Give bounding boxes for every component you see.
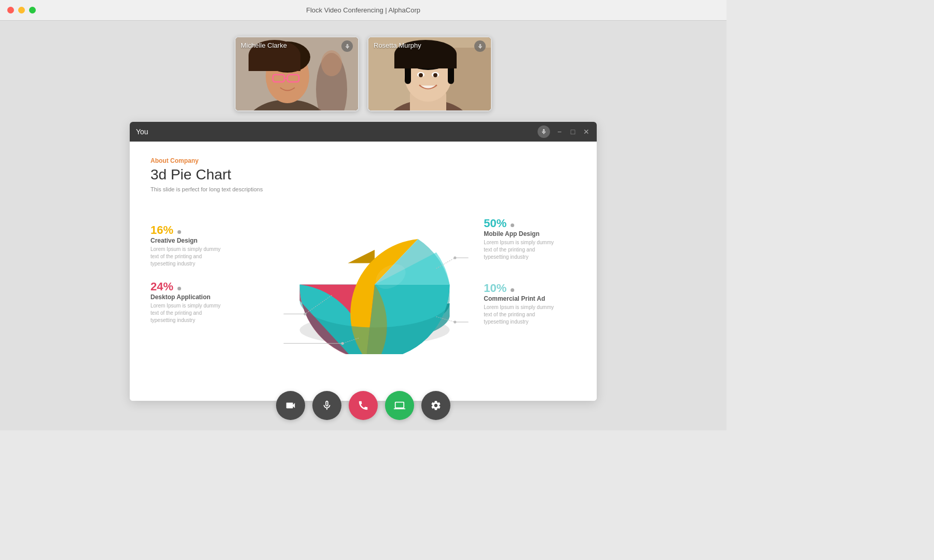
- svg-point-20: [433, 73, 437, 77]
- svg-point-34: [454, 320, 456, 323]
- screen-share-window: You − □ ✕ About Company 3d Pie Chart Thi…: [130, 122, 597, 401]
- main-area: Michelle Clarke: [0, 21, 726, 430]
- segment-label-mobile: 50% Mobile App Design Lorem Ipsum is sim…: [484, 217, 576, 261]
- svg-rect-15: [405, 55, 411, 84]
- mobile-percent-row: 50%: [484, 217, 576, 230]
- camera-button[interactable]: [276, 391, 305, 420]
- presentation-right: 50% Mobile App Design Lorem Ipsum is sim…: [473, 157, 576, 385]
- close-window-btn[interactable]: ✕: [582, 128, 590, 136]
- screen-share-titlebar: You − □ ✕: [130, 122, 597, 142]
- desktop-desc: Lorem Ipsum is simply dummy text of the …: [150, 302, 223, 324]
- participant-name-michelle: Michelle Clarke: [241, 41, 287, 49]
- participant-video-michelle: Michelle Clarke: [235, 36, 359, 111]
- desktop-dot: [177, 287, 181, 290]
- svg-point-25: [304, 313, 306, 315]
- maximize-button[interactable]: [29, 7, 36, 13]
- microphone-button[interactable]: [312, 391, 341, 420]
- svg-point-13: [404, 48, 452, 102]
- creative-dot: [177, 230, 181, 234]
- svg-point-19: [419, 73, 423, 77]
- settings-button[interactable]: [421, 391, 450, 420]
- screen-share-label: You: [136, 128, 532, 136]
- print-name: Commercial Print Ad: [484, 295, 576, 302]
- desktop-name: Desktop Application: [150, 293, 266, 301]
- title-bar: Flock Video Conferencing | AlphaCorp: [0, 0, 726, 21]
- mobile-name: Mobile App Design: [484, 230, 576, 237]
- presentation-area: About Company 3d Pie Chart This slide is…: [130, 142, 597, 401]
- mic-icon-michelle: [341, 40, 353, 52]
- video-row: Michelle Clarke: [235, 36, 492, 111]
- participant-name-rosetta: Rosetta Murphy: [374, 41, 421, 49]
- mobile-dot: [511, 223, 514, 227]
- mic-icon-you: [538, 125, 550, 138]
- mobile-desc: Lorem Ipsum is simply dummy text of the …: [484, 239, 556, 261]
- desktop-percent-row: 24%: [150, 280, 266, 293]
- maximize-window-btn[interactable]: □: [569, 128, 577, 136]
- participant-video-rosetta: Rosetta Murphy: [367, 36, 492, 111]
- about-label: About Company: [150, 157, 266, 164]
- pie-chart-svg: [276, 188, 473, 354]
- hangup-button[interactable]: [349, 391, 378, 420]
- hangup-icon: [358, 400, 369, 411]
- screenshare-button[interactable]: [385, 391, 414, 420]
- segment-label-creative: 16% Creative Design Lorem Ipsum is simpl…: [150, 223, 266, 268]
- window-controls: − □ ✕: [555, 128, 590, 136]
- svg-point-8: [321, 50, 342, 76]
- presentation-subtitle: This slide is perfect for long text desc…: [150, 186, 266, 192]
- presentation-title: 3d Pie Chart: [150, 166, 266, 183]
- close-button[interactable]: [7, 7, 14, 13]
- microphone-icon: [321, 400, 333, 411]
- creative-name: Creative Design: [150, 237, 266, 244]
- print-desc: Lorem Ipsum is simply dummy text of the …: [484, 304, 556, 326]
- creative-desc: Lorem Ipsum is simply dummy text of the …: [150, 246, 223, 268]
- minimize-button[interactable]: [18, 7, 25, 13]
- camera-icon: [285, 400, 296, 411]
- svg-rect-16: [448, 55, 454, 84]
- mic-icon-rosetta: [474, 40, 486, 52]
- svg-point-28: [341, 342, 344, 345]
- creative-percent: 16%: [150, 223, 266, 237]
- svg-point-31: [454, 257, 456, 259]
- segment-label-desktop: 24% Desktop Application Lorem Ipsum is s…: [150, 280, 266, 324]
- settings-icon: [430, 400, 442, 411]
- left-segment-labels: 16% Creative Design Lorem Ipsum is simpl…: [150, 223, 266, 324]
- minimize-window-btn[interactable]: −: [555, 128, 564, 136]
- print-dot: [511, 288, 514, 292]
- window-title: Flock Video Conferencing | AlphaCorp: [306, 6, 420, 14]
- print-percent-row: 10%: [484, 282, 576, 295]
- window-buttons: [7, 7, 36, 13]
- presentation-left: About Company 3d Pie Chart This slide is…: [150, 157, 276, 385]
- call-controls: [276, 391, 450, 420]
- chart-area: [276, 157, 473, 385]
- screenshare-icon: [394, 400, 405, 411]
- segment-label-print: 10% Commercial Print Ad Lorem Ipsum is s…: [484, 282, 576, 326]
